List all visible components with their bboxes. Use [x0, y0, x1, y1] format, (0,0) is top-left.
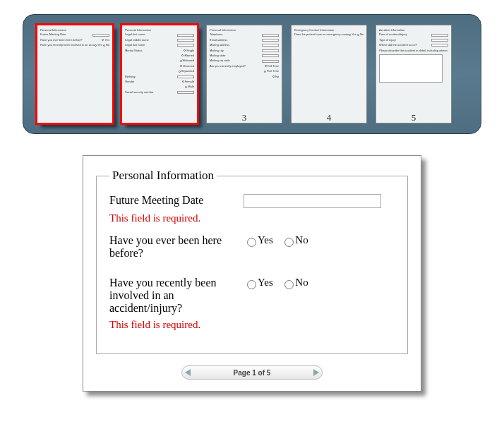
personal-info-fieldset: Personal Information Future Meeting Date… — [96, 169, 408, 354]
thumbnail-page: Personal InformationFuture Meeting DateH… — [37, 25, 113, 123]
been-here-no[interactable]: No — [281, 234, 308, 246]
field-accident: Have you recently been involved in an ac… — [109, 277, 395, 315]
meeting-date-input[interactable] — [244, 194, 381, 208]
accident-no[interactable]: No — [281, 277, 308, 288]
thumbnail-number: 4 — [290, 112, 368, 123]
thumbnail-3[interactable]: Personal InformationTelephoneEmail addre… — [205, 25, 283, 123]
pager-text: Page 1 of 5 — [234, 369, 271, 377]
pager-next-icon[interactable] — [313, 369, 319, 376]
accident-error: This field is required. — [109, 319, 395, 331]
accident-yes[interactable]: Yes — [244, 277, 273, 288]
no-label: No — [295, 277, 308, 288]
fieldset-legend: Personal Information — [109, 169, 217, 183]
thumbnail-5[interactable]: Accident InformationDate of accident/inj… — [375, 25, 452, 123]
yes-label: Yes — [258, 234, 273, 246]
pager-prev-icon[interactable] — [185, 369, 191, 376]
been-here-yes[interactable]: Yes — [244, 234, 273, 246]
thumbnail-2[interactable]: Personal InformationLegal first nameLega… — [121, 25, 198, 123]
thumbnail-strip: Personal InformationFuture Meeting DateH… — [23, 14, 481, 134]
yes-label: Yes — [258, 277, 273, 288]
been-here-label: Have you ever been here before? — [109, 234, 244, 260]
thumbnail-number: 3 — [205, 112, 283, 123]
thumbnail-page: Personal InformationLegal first nameLega… — [121, 25, 198, 123]
meeting-date-label: Future Meeting Date — [109, 194, 244, 207]
meeting-date-error: This field is required. — [109, 212, 395, 224]
thumbnail-1[interactable]: Personal InformationFuture Meeting DateH… — [36, 25, 114, 123]
accident-label: Have you recently been involved in an ac… — [109, 277, 244, 315]
thumbnail-number: 5 — [375, 112, 452, 123]
field-meeting-date: Future Meeting Date — [109, 194, 395, 208]
no-label: No — [295, 234, 308, 246]
pager: Page 1 of 5 — [181, 365, 323, 380]
form-panel: Personal Information Future Meeting Date… — [83, 155, 421, 392]
field-been-here: Have you ever been here before? Yes No — [109, 234, 395, 260]
thumbnail-page: Personal InformationTelephoneEmail addre… — [206, 25, 282, 123]
thumbnail-page: Accident InformationDate of accident/inj… — [376, 25, 452, 123]
thumbnail-4[interactable]: Emergency Contact InformationDoes the pa… — [290, 25, 368, 123]
thumbnail-page: Emergency Contact InformationDoes the pa… — [291, 25, 367, 123]
